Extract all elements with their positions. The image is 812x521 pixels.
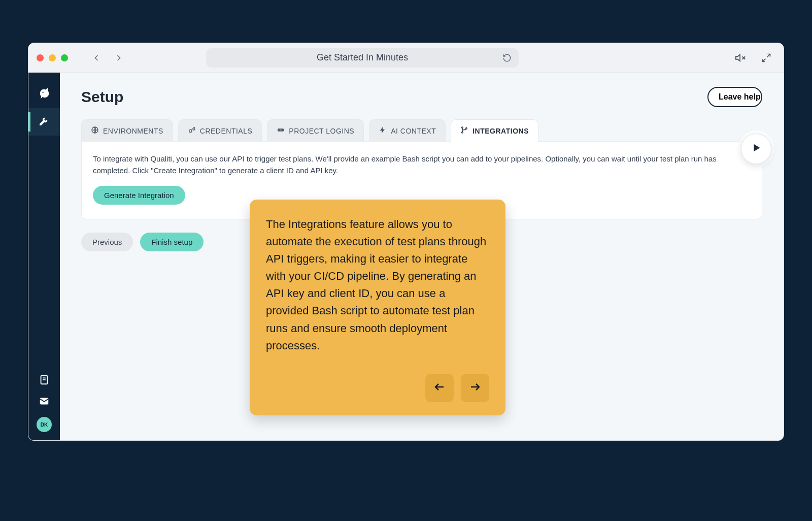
tooltip-next-button[interactable] <box>461 374 489 402</box>
login-icon <box>277 126 285 136</box>
tab-integrations[interactable]: INTEGRATIONS <box>451 119 538 142</box>
mail-icon[interactable] <box>39 396 50 407</box>
tab-label: ENVIRONMENTS <box>103 127 163 135</box>
browser-nav-arrows <box>90 52 125 64</box>
svg-marker-19 <box>754 144 760 152</box>
svg-point-17 <box>462 132 463 133</box>
tab-label: AI CONTEXT <box>391 127 436 135</box>
tooltip-prev-button[interactable] <box>425 374 454 402</box>
svg-marker-0 <box>736 54 740 61</box>
panel-description: To integrate with Qualiti, you can use o… <box>93 153 751 177</box>
sidebar-item-logo[interactable] <box>28 81 60 108</box>
browser-forward-icon[interactable] <box>113 52 125 64</box>
page-header: Setup Leave help guide <box>81 87 762 107</box>
expand-icon[interactable] <box>761 53 771 63</box>
svg-point-16 <box>462 127 463 128</box>
reload-icon[interactable] <box>502 53 512 62</box>
svg-point-14 <box>280 129 281 130</box>
bolt-icon <box>379 126 387 136</box>
leave-help-guide-button[interactable]: Leave help guide <box>707 87 762 107</box>
svg-point-15 <box>282 129 282 130</box>
globe-icon <box>91 126 99 136</box>
svg-point-13 <box>279 129 279 130</box>
browser-back-icon[interactable] <box>90 52 103 64</box>
play-fab-button[interactable] <box>741 134 771 164</box>
window-maximize-dot[interactable] <box>61 54 68 61</box>
window-controls <box>37 54 68 61</box>
svg-point-18 <box>466 127 467 129</box>
svg-line-3 <box>767 54 770 57</box>
mute-icon[interactable] <box>735 52 746 63</box>
browser-bar: Get Started In Minutes <box>28 43 784 73</box>
wrench-icon <box>38 115 50 129</box>
avatar-initials: DK <box>41 422 48 428</box>
branch-icon <box>460 126 468 136</box>
browser-title: Get Started In Minutes <box>317 52 408 63</box>
tab-credentials[interactable]: CREDENTIALS <box>178 119 262 142</box>
generate-integration-button[interactable]: Generate Integration <box>93 186 185 205</box>
tab-label: PROJECT LOGINS <box>289 127 354 135</box>
arrow-right-icon <box>469 381 481 395</box>
tab-label: CREDENTIALS <box>200 127 253 135</box>
browser-right-controls <box>735 52 775 63</box>
sidebar: DK <box>28 73 60 440</box>
sidebar-bottom: DK <box>37 374 52 440</box>
svg-point-11 <box>189 129 191 132</box>
svg-point-5 <box>43 92 44 93</box>
play-icon <box>751 142 762 155</box>
tooltip-actions <box>266 374 489 402</box>
guide-tooltip: The Integrations feature allows you to a… <box>250 200 505 415</box>
browser-frame: Get Started In Minutes <box>28 43 784 441</box>
window-minimize-dot[interactable] <box>49 54 56 61</box>
page-title: Setup <box>81 88 123 106</box>
tabs: ENVIRONMENTS CREDENTIALS PROJECT LOGINS … <box>81 119 762 142</box>
tab-ai-context[interactable]: AI CONTEXT <box>369 119 446 142</box>
sidebar-item-setup[interactable] <box>28 108 60 136</box>
logo-icon <box>37 86 51 103</box>
arrow-left-icon <box>433 381 446 395</box>
docs-icon[interactable] <box>39 374 50 385</box>
browser-url-bar[interactable]: Get Started In Minutes <box>206 48 519 68</box>
tab-label: INTEGRATIONS <box>472 127 529 135</box>
previous-button[interactable]: Previous <box>81 233 133 251</box>
svg-line-4 <box>763 58 766 61</box>
key-icon <box>188 126 196 136</box>
tab-environments[interactable]: ENVIRONMENTS <box>81 119 173 142</box>
avatar[interactable]: DK <box>37 417 52 432</box>
tooltip-text: The Integrations feature allows you to a… <box>266 216 489 354</box>
window-close-dot[interactable] <box>37 54 44 61</box>
tab-project-logins[interactable]: PROJECT LOGINS <box>267 119 364 142</box>
finish-setup-button[interactable]: Finish setup <box>140 233 204 251</box>
